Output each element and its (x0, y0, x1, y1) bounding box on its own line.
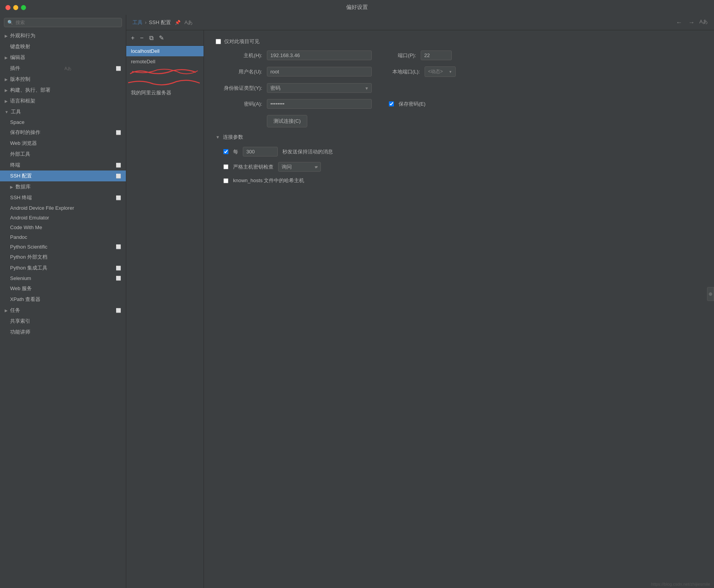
sidebar-item-external-tools[interactable]: 外部工具 (0, 149, 126, 160)
sidebar-item-label: 工具 (11, 108, 21, 115)
sidebar-item-python-scientific[interactable]: Python Scientific ⬜ (0, 242, 126, 252)
sidebar-item-label: Android Emulator (10, 215, 49, 221)
settings-icon: ⬜ (116, 195, 121, 200)
host-input[interactable] (267, 50, 372, 60)
sidebar-item-database[interactable]: ▶ 数据库 (0, 181, 126, 192)
close-button[interactable] (5, 5, 10, 10)
sidebar-item-label: Web 浏览器 (10, 140, 37, 147)
breadcrumb-navigation: ← → Aあ (674, 18, 708, 27)
sidebar: 🔍 ▶ 外观和行为 键盘映射 ▶ 编辑器 插件 Aあ ⬜ ▶ 版本控制 ▶ 构建… (0, 15, 126, 588)
remove-ssh-button[interactable]: − (139, 34, 144, 42)
heartbeat-input[interactable] (243, 147, 278, 157)
scribble-overlay (126, 67, 204, 77)
forward-button[interactable]: → (687, 18, 696, 27)
strict-host-select[interactable]: 询问 是 否 (278, 162, 321, 172)
breadcrumb-tools[interactable]: 工具 (132, 19, 143, 26)
only-project-checkbox[interactable] (216, 39, 221, 44)
sidebar-item-web-browser[interactable]: Web 浏览器 (0, 138, 126, 149)
sidebar-item-label: Python 外部文档 (10, 254, 47, 261)
sidebar-item-save-actions[interactable]: 保存时的操作 ⬜ (0, 127, 126, 138)
sidebar-item-android-device[interactable]: Android Device File Explorer (0, 203, 126, 213)
sidebar-item-xpath-viewer[interactable]: XPath 查看器 (0, 294, 126, 305)
port-input[interactable] (421, 50, 452, 60)
sidebar-item-ssh-config[interactable]: SSH 配置 ⬜ (0, 170, 126, 181)
settings-icon: ⬜ (116, 174, 121, 179)
sidebar-item-appearance[interactable]: ▶ 外观和行为 (0, 30, 126, 41)
test-connection-button[interactable]: 测试连接(C) (267, 115, 307, 127)
scribble-overlay2 (126, 77, 204, 87)
local-port-label: 本地端口(L): (389, 68, 420, 75)
sidebar-item-editor[interactable]: ▶ 编辑器 (0, 52, 126, 63)
sidebar-item-pandoc[interactable]: Pandoc (0, 232, 126, 242)
copy-ssh-button[interactable]: ⧉ (148, 34, 154, 42)
sidebar-item-plugins[interactable]: 插件 Aあ ⬜ (0, 63, 126, 74)
ssh-entry-aliyun[interactable]: 我的阿里云服务器 (126, 87, 204, 99)
save-password-label: 保存密码(E) (399, 101, 425, 108)
chevron-icon: ▶ (10, 185, 13, 189)
sidebar-item-tasks[interactable]: ▶ 任务 ⬜ (0, 305, 126, 316)
sidebar-item-web-services[interactable]: Web 服务 (0, 283, 126, 294)
sidebar-item-space[interactable]: Space (0, 117, 126, 127)
settings-icon: ⬜ (116, 266, 121, 271)
sidebar-item-ssh-terminal[interactable]: SSH 终端 ⬜ (0, 192, 126, 203)
sidebar-item-python-integrated[interactable]: Python 集成工具 ⬜ (0, 263, 126, 273)
sidebar-item-terminal[interactable]: 终端 ⬜ (0, 160, 126, 170)
sidebar-item-shared-indexes[interactable]: 共享索引 (0, 316, 126, 327)
search-box[interactable]: 🔍 (4, 18, 122, 27)
sidebar-item-vcs[interactable]: ▶ 版本控制 (0, 74, 126, 85)
connection-params-title: 连接参数 (223, 134, 243, 141)
heartbeat-checkbox[interactable] (223, 149, 228, 154)
sidebar-item-build[interactable]: ▶ 构建、执行、部署 (0, 85, 126, 96)
translate-icon2: Aあ (699, 18, 708, 27)
auth-type-select[interactable]: 密码 密钥对 (267, 83, 372, 93)
ssh-entry-remote[interactable]: remoteDell (126, 56, 204, 67)
expand-panel-button[interactable]: ⊕ (707, 287, 714, 301)
sidebar-item-label: 保存时的操作 (10, 129, 40, 136)
password-label: 密码(A): (216, 101, 262, 108)
back-button[interactable]: ← (674, 18, 684, 27)
maximize-button[interactable] (21, 5, 26, 10)
search-input[interactable] (16, 20, 118, 25)
add-ssh-button[interactable]: + (130, 34, 135, 42)
sidebar-item-android-emulator[interactable]: Android Emulator (0, 213, 126, 223)
sidebar-item-feature-trainer[interactable]: 功能讲师 (0, 327, 126, 337)
sidebar-item-label: 外观和行为 (10, 32, 35, 39)
auth-type-row: 身份验证类型(Y): 密码 密钥对 ▼ (216, 83, 702, 93)
strict-host-checkbox[interactable] (223, 164, 228, 169)
settings-icon: ⬜ (116, 276, 121, 281)
sidebar-item-label: 功能讲师 (10, 329, 30, 336)
sidebar-item-label: Pandoc (10, 234, 27, 240)
chevron-icon: ▶ (5, 99, 8, 103)
chevron-icon: ▼ (5, 110, 9, 114)
sidebar-item-keymap[interactable]: 键盘映射 (0, 41, 126, 52)
ssh-entry-scribble1[interactable] (126, 67, 204, 77)
edit-ssh-button[interactable]: ✎ (158, 33, 165, 42)
ssh-entry-scribble2[interactable] (126, 77, 204, 87)
username-input[interactable] (267, 67, 372, 77)
settings-icon: ⬜ (116, 66, 121, 71)
connection-params-header: ▼ 连接参数 (216, 134, 702, 141)
breadcrumb-current: SSH 配置 (149, 19, 171, 26)
title-bar: 偏好设置 (0, 0, 714, 15)
ssh-entry-localhost[interactable]: localhostDell (126, 46, 204, 56)
sidebar-item-tools[interactable]: ▼ 工具 (0, 106, 126, 117)
sidebar-item-languages[interactable]: ▶ 语言和框架 (0, 96, 126, 106)
translate-icon: Aあ (185, 19, 193, 26)
password-row: 密码(A): 保存密码(E) (216, 99, 702, 109)
settings-icon: ⬜ (116, 130, 121, 135)
sidebar-item-label: 任务 (10, 307, 20, 314)
password-input[interactable] (267, 99, 372, 109)
sidebar-item-selenium[interactable]: Selenium ⬜ (0, 273, 126, 283)
watermark: https://blog.csdn.net/zhijiesmile (651, 582, 710, 586)
sidebar-item-python-external-docs[interactable]: Python 外部文档 (0, 252, 126, 263)
local-port-display: <动态> ▼ (425, 66, 456, 77)
minimize-button[interactable] (13, 5, 18, 10)
content-panel: 工具 › SSH 配置 📌 Aあ ← → Aあ + − ⧉ ✎ localhos… (126, 15, 714, 588)
chevron-icon: ▶ (5, 34, 8, 38)
sidebar-item-label: 键盘映射 (10, 43, 30, 50)
save-password-checkbox[interactable] (389, 101, 394, 106)
sidebar-item-label: 版本控制 (10, 76, 30, 83)
auth-type-wrapper: 密码 密钥对 ▼ (267, 83, 372, 93)
sidebar-item-code-with-me[interactable]: Code With Me (0, 223, 126, 232)
known-hosts-checkbox[interactable] (223, 178, 228, 183)
